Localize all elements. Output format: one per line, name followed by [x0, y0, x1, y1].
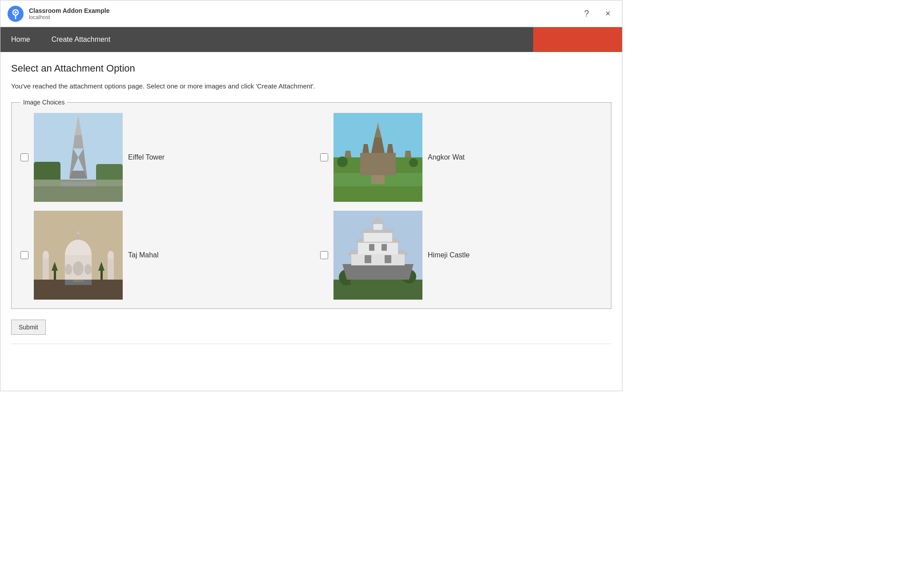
label-angkor: Angkor Wat [428, 153, 465, 161]
image-eiffel [34, 113, 123, 202]
page-title: Select an Attachment Option [11, 63, 611, 74]
svg-point-46 [84, 264, 92, 275]
nav-home[interactable]: Home [0, 27, 41, 52]
svg-marker-12 [73, 135, 84, 148]
image-taj [34, 211, 123, 300]
close-button[interactable]: × [601, 7, 615, 21]
svg-point-28 [337, 156, 348, 167]
label-himeji: Himeji Castle [428, 251, 470, 259]
svg-point-37 [77, 231, 80, 235]
checkbox-taj[interactable] [20, 251, 28, 259]
image-option-taj: Taj Mahal [20, 211, 302, 300]
svg-rect-8 [34, 186, 123, 202]
bottom-divider [11, 344, 611, 344]
nav-accent-block [533, 27, 622, 52]
svg-marker-26 [405, 151, 411, 157]
svg-rect-27 [371, 175, 385, 184]
label-taj: Taj Mahal [128, 251, 158, 259]
svg-rect-68 [382, 244, 387, 251]
image-option-himeji: Himeji Castle [320, 211, 602, 300]
checkbox-eiffel[interactable] [20, 153, 28, 161]
page-description: You've reached the attachment options pa… [11, 82, 611, 90]
svg-point-42 [108, 251, 114, 260]
nav-bar: Home Create Attachment [0, 27, 622, 52]
image-angkor [333, 113, 422, 202]
label-eiffel: Eiffel Tower [128, 153, 165, 161]
svg-rect-66 [385, 255, 391, 263]
fieldset-legend: Image Choices [20, 99, 67, 106]
app-title: Classroom Addon Example [29, 7, 110, 14]
svg-point-29 [409, 158, 418, 167]
submit-button[interactable]: Submit [11, 320, 46, 335]
svg-rect-67 [369, 244, 374, 251]
nav-create-attachment[interactable]: Create Attachment [41, 27, 121, 52]
help-icon: ? [584, 8, 589, 19]
main-content: Select an Attachment Option You've reach… [0, 52, 622, 355]
svg-marker-56 [342, 264, 414, 280]
svg-rect-59 [358, 242, 398, 254]
image-grid: Eiffel Tower [20, 113, 602, 300]
browser-bar-left: Classroom Addon Example localhost [8, 6, 110, 22]
app-url: localhost [29, 14, 110, 20]
svg-point-0 [8, 6, 24, 22]
close-icon: × [605, 8, 611, 19]
svg-rect-15 [60, 182, 96, 186]
svg-rect-65 [365, 255, 371, 263]
checkbox-himeji[interactable] [320, 251, 328, 259]
nav-home-label: Home [11, 36, 30, 44]
svg-rect-57 [351, 253, 405, 265]
image-option-eiffel: Eiffel Tower [20, 113, 302, 202]
browser-bar-right: ? × [579, 7, 615, 21]
image-choices-fieldset: Image Choices [11, 99, 611, 309]
svg-rect-19 [360, 153, 396, 175]
checkbox-angkor[interactable] [320, 153, 328, 161]
browser-title-block: Classroom Addon Example localhost [29, 7, 110, 20]
nav-spacer [121, 27, 533, 52]
nav-create-attachment-label: Create Attachment [52, 36, 111, 44]
browser-chrome: Classroom Addon Example localhost ? × [0, 0, 622, 27]
svg-rect-63 [374, 223, 382, 230]
help-button[interactable]: ? [579, 7, 594, 21]
image-option-angkor: Angkor Wat [320, 113, 602, 202]
svg-rect-61 [364, 232, 392, 242]
svg-point-39 [43, 251, 49, 260]
svg-point-45 [65, 264, 72, 275]
image-himeji [333, 211, 422, 300]
svg-marker-25 [345, 151, 351, 157]
app-icon [8, 6, 24, 22]
svg-point-3 [15, 11, 17, 13]
svg-point-44 [73, 261, 84, 276]
submit-label: Submit [19, 324, 38, 331]
